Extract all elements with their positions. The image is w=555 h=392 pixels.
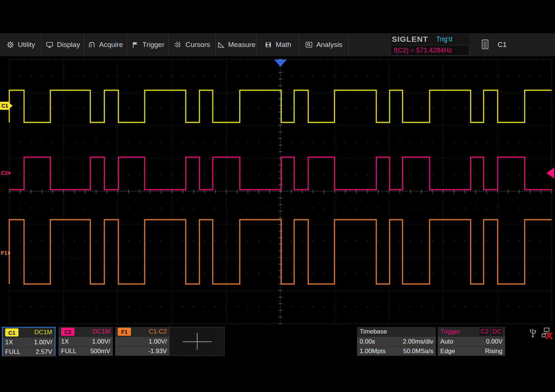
menu-display-label: Display [57, 41, 80, 49]
connectivity-icons [528, 327, 553, 342]
trigger-title: Trigger [440, 328, 460, 335]
gear-icon [6, 41, 14, 49]
analysis-icon [305, 41, 313, 49]
flag-icon [131, 41, 139, 49]
menu-display[interactable]: Display [42, 33, 84, 56]
menu-analysis[interactable]: Analysis [299, 33, 349, 56]
measure-icon [217, 41, 225, 49]
f1-offset: -1.93V [148, 348, 167, 355]
menu-math-label: Math [276, 41, 291, 49]
trigger-level: 0.00V [486, 338, 502, 345]
crosshair-icon [197, 333, 198, 350]
menu-cursors-label: Cursors [185, 41, 210, 49]
menu-acquire[interactable]: Acquire [84, 33, 127, 56]
zoom-preview-pane[interactable] [169, 327, 225, 356]
c2-badge: C2 [61, 328, 74, 336]
oscilloscope-screen: C1 C2 F1 Utility [0, 0, 555, 392]
trigger-coupling: DC [491, 328, 502, 336]
trigger-level-marker[interactable] [546, 168, 554, 179]
timebase-scale: 2.00ms/div [403, 338, 433, 345]
math-icon [264, 41, 272, 49]
acquire-icon [88, 41, 96, 49]
active-channel-indicator[interactable]: C1 [498, 41, 507, 49]
f1-ground-marker[interactable]: F1 [1, 250, 11, 256]
c1-bandwidth: FULL [5, 348, 21, 356]
c1-offset: 2.57V [36, 348, 52, 356]
timebase-box[interactable]: Timebase 0.00s 2.00ms/div 1.00Mpts 50.0M… [357, 327, 436, 356]
timebase-delay: 0.00s [360, 338, 375, 345]
c1-coupling: DC1M [34, 329, 52, 336]
menu-trigger[interactable]: Trigger [127, 33, 169, 56]
f1-source: C1-C2 [149, 328, 167, 335]
menu-acquire-label: Acquire [99, 41, 123, 49]
trigger-mode: Auto [440, 338, 453, 345]
trigger-position-marker[interactable] [274, 60, 287, 67]
c1-attenuation: 1X [5, 339, 13, 346]
cursors-icon [174, 41, 182, 49]
channel-box-c1[interactable]: C1 DC1M 1X 1.00V/ FULL 2.57V [2, 327, 56, 356]
c2-ground-marker[interactable]: C2 [1, 170, 11, 176]
timebase-title: Timebase [360, 328, 387, 335]
f1-badge: F1 [118, 328, 131, 336]
menu-utility[interactable]: Utility [0, 33, 42, 56]
menu-utility-label: Utility [18, 41, 35, 49]
f1-marker-label: F1 [1, 250, 7, 256]
c1-badge: C1 [5, 328, 18, 337]
trigger-source: C2 [480, 328, 490, 336]
menu-analysis-label: Analysis [316, 41, 343, 49]
trigger-slope: Rising [485, 348, 502, 355]
trigger-type: Edge [440, 348, 455, 355]
trigger-box[interactable]: Trigger C2 DC Auto 0.00V Edge Rising [438, 327, 505, 356]
menu-math[interactable]: Math [257, 33, 299, 56]
c2-attenuation: 1X [61, 338, 69, 345]
menu-measure[interactable]: Measure [216, 33, 257, 56]
c2-marker-label: C2 [1, 170, 8, 176]
c2-bandwidth: FULL [61, 348, 77, 355]
channel-box-c2[interactable]: C2 DC1M 1X 1.00V/ FULL 500mV [58, 327, 113, 356]
menu-bar: Utility Display Acquire Trigger [0, 33, 555, 56]
usb-icon [528, 327, 537, 339]
menu-measure-label: Measure [228, 41, 256, 49]
f1-scale: 1.00V/ [149, 338, 167, 345]
clipboard-icon[interactable] [481, 39, 489, 50]
c2-scale: 1.00V/ [92, 338, 110, 345]
sample-rate: 50.0MSa/s [403, 348, 433, 355]
c1-scale: 1.00V/ [34, 339, 52, 346]
timebase-points: 1.00Mpts [360, 348, 386, 355]
siglent-logo: SIGLENT [392, 35, 428, 44]
network-disconnected-icon [541, 327, 553, 339]
frequency-readout: f(C2) = 571.4284Hz [394, 47, 452, 54]
c2-offset: 500mV [90, 348, 110, 355]
menu-trigger-label: Trigger [142, 41, 164, 49]
display-icon [46, 41, 54, 49]
right-arrow-icon [9, 171, 11, 175]
menu-cursors[interactable]: Cursors [169, 33, 216, 56]
c1-ground-marker[interactable]: C1 [0, 102, 10, 110]
trigger-status: Trig'd [436, 36, 453, 43]
channel-box-f1[interactable]: F1 C1-C2 1.00V/ -1.93V [115, 327, 169, 356]
brand-status-block: SIGLENT Trig'd f(C2) = 571.4284Hz [390, 34, 470, 55]
c2-coupling: DC1M [92, 328, 110, 335]
frequency-counter: f(C2) = 571.4284Hz [390, 45, 470, 55]
right-arrow-icon [8, 251, 11, 255]
